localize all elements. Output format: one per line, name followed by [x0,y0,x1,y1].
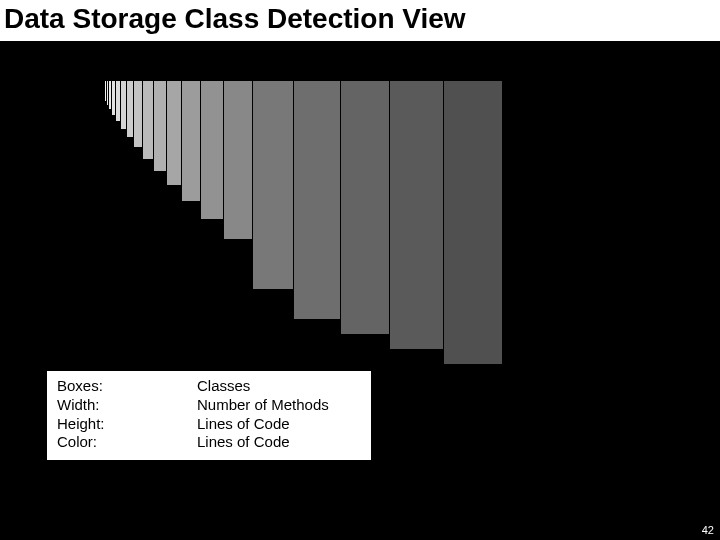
legend-key-color: Color: [57,433,197,452]
legend-key-height: Height: [57,415,197,434]
legend-row: Height: Lines of Code [57,415,361,434]
slide: Data Storage Class Detection View Boxes:… [0,0,720,540]
legend-val-height: Lines of Code [197,415,290,434]
legend-val-color: Lines of Code [197,433,290,452]
legend-key-width: Width: [57,396,197,415]
class-box [252,80,294,290]
class-box [502,80,632,480]
class-box [340,80,390,335]
legend-row: Width: Number of Methods [57,396,361,415]
class-box [181,80,201,202]
legend-val-boxes: Classes [197,377,250,396]
legend-row: Color: Lines of Code [57,433,361,452]
legend-val-width: Number of Methods [197,396,329,415]
class-box [153,80,167,172]
class-box [443,80,503,365]
class-box [166,80,182,186]
legend-row: Boxes: Classes [57,377,361,396]
legend-box: Boxes: Classes Width: Number of Methods … [46,370,372,461]
class-box [223,80,253,240]
class-box [200,80,224,220]
legend-key-boxes: Boxes: [57,377,197,396]
class-box [293,80,341,320]
class-box [389,80,444,350]
page-title: Data Storage Class Detection View [0,0,720,41]
page-number: 42 [702,524,714,536]
